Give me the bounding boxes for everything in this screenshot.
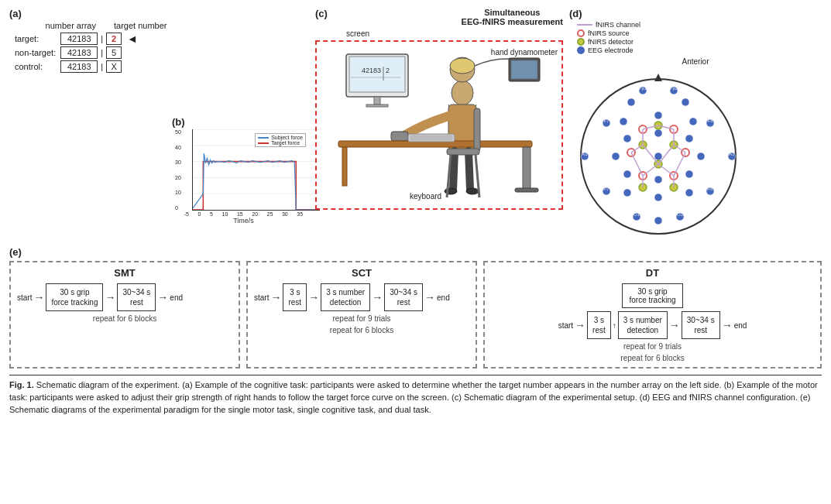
panel-a-label: (a) — [9, 8, 172, 19]
panel-d: (d) fNIRS channel fNIRS source fNIRS det… — [569, 8, 822, 240]
figure-caption: Fig. 1. Schematic diagram of the experim… — [9, 375, 822, 417]
caption-bold: Fig. 1. — [9, 380, 34, 389]
svg-point-52 — [623, 170, 631, 178]
dt-repeat1: repeat for 9 trials — [491, 342, 814, 351]
smt-arrow1: → — [33, 291, 44, 303]
sct-box3: 30~34 s rest — [384, 283, 423, 311]
svg-text:F8: F8 — [707, 118, 713, 123]
row3-num: 42183 — [58, 60, 100, 74]
scene-svg: 42183 2 — [323, 46, 548, 201]
smt-box2-line2: rest — [122, 297, 150, 307]
svg-text:P7: P7 — [603, 187, 610, 191]
hand-dyn-label: hand dynamometer — [491, 48, 558, 57]
row1-label: target: — [12, 32, 58, 46]
svg-point-40 — [654, 111, 662, 119]
caption-text: Schematic diagram of the experiment. (a)… — [9, 380, 818, 414]
svg-rect-32 — [515, 188, 538, 192]
panel-d-label: (d) — [569, 8, 822, 19]
row2-label: non-target: — [12, 46, 58, 60]
table-row: non-target: 42183 | 5 — [12, 46, 140, 60]
svg-point-55 — [623, 189, 631, 197]
svg-text:A2: A2 — [729, 152, 735, 156]
svg-point-56 — [654, 194, 662, 201]
dt-top-box: 30 s grip force tracking — [622, 283, 682, 308]
svg-point-47 — [612, 153, 620, 160]
sct-end: end — [437, 293, 450, 302]
panel-b-label: (b) — [172, 116, 307, 128]
keyboard-label: keyboard — [410, 192, 441, 201]
legend2: Target force — [271, 140, 300, 146]
svg-rect-17 — [511, 60, 537, 79]
legend-fnirs-ch: fNIRS channel — [596, 21, 640, 29]
svg-point-41 — [689, 118, 697, 125]
sct-box2: 3 s number detection — [321, 283, 370, 311]
svg-point-13 — [452, 81, 473, 105]
panel-e-label: (e) — [9, 246, 822, 258]
panel-a: (a) number array target number target: 4… — [9, 8, 172, 74]
svg-point-39 — [620, 118, 627, 125]
svg-rect-11 — [374, 97, 380, 105]
svg-point-61 — [654, 217, 662, 225]
smt-box2: 30~34 s rest — [117, 283, 156, 311]
svg-text:42183: 42183 — [362, 67, 381, 74]
panel-c-label: (c) — [315, 8, 328, 19]
svg-text:O1: O1 — [634, 212, 640, 217]
sct-box1: 3 s rest — [283, 283, 307, 311]
legend-eeg: EEG electrode — [588, 46, 634, 54]
smt-box: SMT start → 30 s grip force tracking → 3… — [9, 261, 240, 369]
dt-box1: 3 s rest — [587, 311, 611, 339]
x-label: Time/s — [180, 217, 307, 225]
svg-text:Fp2: Fp2 — [670, 86, 678, 91]
smt-arrow2: → — [105, 291, 115, 303]
row1-target: 2 — [104, 32, 124, 46]
chart-wrapper: 50403020100 — [184, 129, 307, 211]
svg-rect-21 — [342, 147, 347, 186]
chart-legend: Subject force Target force — [255, 133, 306, 147]
row3-label: control: — [12, 60, 58, 74]
sct-flow: start → 3 s rest → 3 s number detection … — [254, 283, 469, 311]
brain-legend: fNIRS channel fNIRS source fNIRS detecto… — [577, 21, 822, 54]
svg-point-44 — [623, 135, 631, 142]
row3-target: X — [104, 60, 124, 74]
simultaneous-header: Simultaneous EEG-fNIRS measurement — [462, 8, 563, 26]
svg-text:P8: P8 — [707, 187, 713, 191]
legend1: Subject force — [271, 135, 303, 140]
col2-header: target number — [114, 21, 167, 30]
svg-text:A1: A1 — [582, 152, 588, 156]
top-row: (a) number array target number target: 4… — [9, 8, 822, 240]
simultaneous-text: Simultaneous — [462, 8, 563, 17]
smt-title: SMT — [17, 267, 232, 279]
brain-container: fNIRS channel fNIRS source fNIRS detecto… — [569, 21, 822, 240]
dt-layout: 30 s grip force tracking start → 3 s res… — [491, 283, 814, 339]
legend-fnirs-det: fNIRS detector — [588, 38, 634, 46]
sct-repeat1: repeat for 9 trials — [254, 314, 469, 323]
anterior-label: Anterior — [569, 57, 822, 66]
svg-point-15 — [450, 58, 475, 74]
svg-point-38 — [682, 98, 689, 106]
dt-box2: 3 s number detection — [618, 311, 668, 339]
svg-rect-27 — [474, 108, 480, 151]
svg-point-48 — [654, 153, 662, 160]
row1-num: 42183 — [58, 32, 100, 46]
smt-box2-line1: 30~34 s — [122, 287, 150, 297]
svg-rect-19 — [391, 132, 408, 141]
sct-start: start — [254, 293, 269, 302]
svg-rect-31 — [523, 147, 531, 190]
dt-repeat2: repeat for 6 blocks — [491, 354, 814, 362]
dt-end: end — [734, 321, 747, 330]
smt-arrow3: → — [157, 291, 168, 303]
table-row: control: 42183 | X — [12, 60, 140, 74]
sct-repeat2: repeat for 6 blocks — [254, 326, 469, 334]
screen-label: screen — [346, 29, 369, 38]
experiment-scene: 42183 2 — [315, 40, 563, 210]
smt-repeat: repeat for 6 blocks — [17, 314, 232, 323]
dt-start: start — [558, 321, 573, 330]
legend-fnirs-src: fNIRS source — [588, 29, 630, 37]
svg-rect-28 — [447, 149, 479, 155]
svg-point-45 — [654, 129, 662, 137]
smt-box1-line2: force tracking — [51, 297, 98, 307]
row1-arrow: ◄ — [124, 32, 140, 46]
dt-box: DT 30 s grip force tracking start → 3 s — [483, 261, 822, 369]
dt-title: DT — [491, 267, 814, 279]
svg-point-54 — [685, 170, 693, 178]
